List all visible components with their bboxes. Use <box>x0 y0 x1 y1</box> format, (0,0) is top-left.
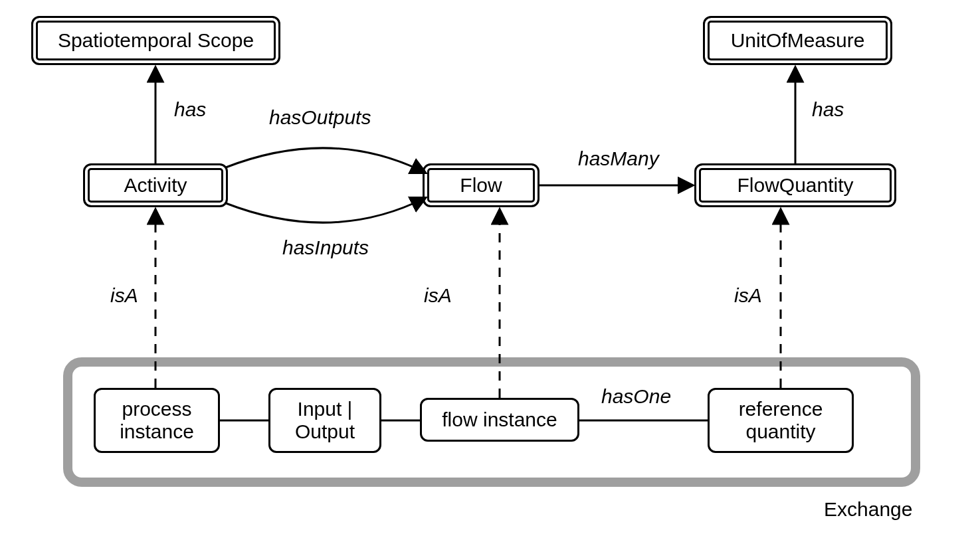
node-process-instance: process instance <box>94 388 220 453</box>
node-flow-quantity: FlowQuantity <box>694 163 896 207</box>
node-label: UnitOfMeasure <box>731 29 865 52</box>
edge-label-isa-3: isA <box>734 284 762 307</box>
node-unit-of-measure: UnitOfMeasure <box>703 16 892 65</box>
node-flow: Flow <box>423 163 539 207</box>
node-label: Spatiotemporal Scope <box>58 29 254 52</box>
edge-label-has-right: has <box>812 98 844 121</box>
edge-label-hasoutputs: hasOutputs <box>269 106 371 129</box>
node-label: reference quantity <box>739 398 823 444</box>
edge-label-hasone: hasOne <box>601 385 671 408</box>
edge-label-isa-1: isA <box>110 284 138 307</box>
node-spatiotemporal-scope: Spatiotemporal Scope <box>31 16 280 65</box>
node-label: Activity <box>124 174 187 197</box>
node-flow-instance: flow instance <box>420 398 579 442</box>
edge-label-has-left: has <box>174 98 206 121</box>
edge-label-hasmany: hasMany <box>578 147 659 170</box>
node-label: flow instance <box>442 408 557 432</box>
node-label: process instance <box>120 398 194 444</box>
node-reference-quantity: reference quantity <box>708 388 854 453</box>
node-label: FlowQuantity <box>737 174 853 197</box>
node-label: Flow <box>460 174 502 197</box>
node-input-output: Input | Output <box>268 388 381 453</box>
node-label: Input | Output <box>295 398 355 444</box>
edge-label-hasinputs: hasInputs <box>282 236 369 259</box>
edge-label-isa-2: isA <box>424 284 452 307</box>
exchange-label: Exchange <box>824 498 912 521</box>
node-activity: Activity <box>83 163 228 207</box>
